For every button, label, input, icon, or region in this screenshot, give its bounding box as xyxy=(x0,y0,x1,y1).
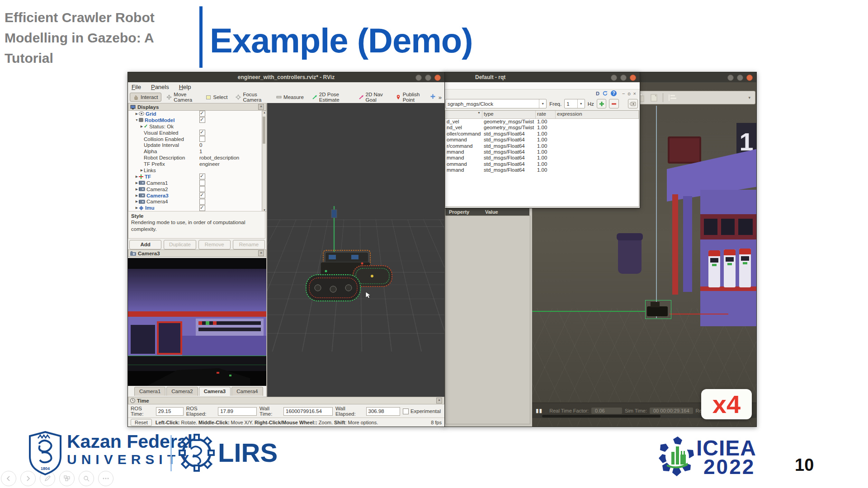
freq-combo[interactable]: 1 ▼ xyxy=(564,99,585,108)
minimize-button[interactable] xyxy=(415,75,422,81)
tree-item-grid[interactable]: ▶Grid xyxy=(128,111,262,117)
add-topic-button[interactable] xyxy=(597,99,607,108)
float-plugin-icon[interactable]: o xyxy=(627,91,630,96)
dock-icon[interactable]: D xyxy=(596,91,599,96)
value-column-header[interactable]: Value xyxy=(485,209,498,215)
checkbox-camera4[interactable] xyxy=(199,199,205,205)
tab-camera1[interactable]: Camera1 xyxy=(134,387,165,396)
rviz-3d-view[interactable] xyxy=(267,103,444,397)
topic-row[interactable]: ommandstd_msgs/Float641.00 xyxy=(445,137,639,143)
type-column-header[interactable]: type xyxy=(482,111,536,118)
tool-focus-camera[interactable]: Focus Camera xyxy=(232,90,271,104)
tree-item-robotmodel[interactable]: ▼RobotModel xyxy=(128,117,262,123)
menu-panels[interactable]: Panels xyxy=(151,84,169,90)
topic-row[interactable]: mmandstd_msgs/Float641.00 xyxy=(445,167,639,173)
pause-button[interactable]: ▮▮ xyxy=(536,408,542,414)
duplicate-button[interactable]: Duplicate xyxy=(164,240,196,249)
help-icon[interactable]: ? xyxy=(611,90,617,96)
remove-button[interactable]: Remove xyxy=(198,240,231,249)
minimize-button[interactable] xyxy=(727,75,734,81)
time-field-value-2[interactable]: 1600079916.54 xyxy=(283,407,333,416)
tree-item-camera1[interactable]: ▶Camera1 xyxy=(128,180,262,186)
tool-2d-nav-goal[interactable]: 2D Nav Goal xyxy=(355,90,391,104)
checkbox-camera3[interactable] xyxy=(199,192,205,198)
tree-item-alpha[interactable]: Alpha1 xyxy=(128,148,262,155)
tool-interact[interactable]: Interact xyxy=(130,93,161,102)
property-column-header[interactable]: Property xyxy=(445,209,485,215)
close-button[interactable] xyxy=(746,75,753,81)
topic-row[interactable]: ommandstd_msgs/Float641.00 xyxy=(445,161,639,167)
clear-button[interactable] xyxy=(628,99,638,108)
tree-item-visual-enabled[interactable]: Visual Enabled xyxy=(128,130,262,136)
close-icon[interactable]: × xyxy=(258,250,264,256)
topic-row[interactable]: oller/commandstd_msgs/Float641.00 xyxy=(445,131,639,137)
experimental-checkbox[interactable] xyxy=(403,408,409,414)
add-tool-button[interactable] xyxy=(430,94,436,101)
topic-row[interactable]: mmandstd_msgs/Float641.00 xyxy=(445,149,639,155)
tree-item-collision-enabled[interactable]: Collision Enabled xyxy=(128,136,262,142)
tool-publish-point[interactable]: Publish Point xyxy=(392,90,428,104)
camera-panel-header[interactable]: Camera3 × xyxy=(128,249,266,257)
topic-row[interactable]: r/commandstd_msgs/Float641.00 xyxy=(445,143,639,149)
remove-topic-button[interactable] xyxy=(609,99,619,108)
checkbox-visual-enabled[interactable] xyxy=(199,130,205,136)
checkbox-grid[interactable] xyxy=(199,111,205,117)
refresh-icon[interactable] xyxy=(602,90,608,96)
close-button[interactable] xyxy=(630,75,636,81)
checkbox-imu[interactable] xyxy=(199,205,205,211)
more-options-button[interactable] xyxy=(98,471,113,486)
value-alpha[interactable]: 1 xyxy=(199,149,202,154)
checkbox-camera1[interactable] xyxy=(199,180,205,186)
toolbar-overflow-arrow[interactable]: ▾ xyxy=(748,95,750,100)
paste-icon[interactable] xyxy=(649,93,658,102)
close-icon[interactable]: × xyxy=(436,398,442,404)
minimize-plugin-icon[interactable]: − xyxy=(622,91,625,96)
close-plugin-icon[interactable]: × xyxy=(633,91,636,96)
checkbox-camera2[interactable] xyxy=(199,186,205,192)
align-tool-icon[interactable] xyxy=(668,93,678,102)
menu-help[interactable]: Help xyxy=(179,84,191,90)
tree-item-tf-prefix[interactable]: TF Prefixengineer xyxy=(128,161,262,167)
tree-item-status-ok[interactable]: ▶✓Status: Ok xyxy=(128,123,262,130)
tree-item-tf[interactable]: ▶TF xyxy=(128,174,262,180)
tree-item-robot-description[interactable]: Robot Descriptionrobot_description xyxy=(128,155,262,161)
displays-panel-header[interactable]: Displays × xyxy=(128,103,266,111)
toolbar-overflow-icon[interactable]: » xyxy=(439,94,442,101)
zoom-button[interactable] xyxy=(79,471,94,486)
menu-file[interactable]: File xyxy=(132,84,141,90)
rqt-titlebar[interactable]: Default - rqt xyxy=(443,72,640,82)
time-panel-header[interactable]: Time × xyxy=(128,397,444,404)
minimize-button[interactable] xyxy=(611,75,617,81)
time-field-value-0[interactable]: 29.15 xyxy=(156,407,184,416)
expression-column-header[interactable]: expression xyxy=(556,111,639,118)
close-icon[interactable]: × xyxy=(258,104,264,110)
tree-item-imu[interactable]: ▶Imu xyxy=(128,205,262,211)
topic-row[interactable]: nd_velgeometry_msgs/Twist1.00 xyxy=(445,125,639,131)
reset-button[interactable]: Reset xyxy=(131,419,152,426)
rate-column-header[interactable]: rate xyxy=(536,111,556,118)
tool-measure[interactable]: Measure xyxy=(273,93,307,101)
maximize-button[interactable] xyxy=(425,75,431,81)
value-tf-prefix[interactable]: engineer xyxy=(199,161,220,167)
rviz-titlebar[interactable]: engineer_with_controllers.rviz* - RViz xyxy=(128,72,444,82)
rename-button[interactable]: Rename xyxy=(233,240,265,249)
tab-camera2[interactable]: Camera2 xyxy=(166,387,198,396)
tree-item-camera4[interactable]: ▶Camera4 xyxy=(128,198,262,205)
topic-column-header[interactable]: ▼ xyxy=(445,111,482,118)
topic-type-combo[interactable]: sgraph_msgs/Clock ▼ xyxy=(445,99,547,108)
previous-slide-button[interactable] xyxy=(1,471,16,486)
tool-move-camera[interactable]: Move Camera xyxy=(163,90,201,104)
time-field-value-1[interactable]: 17.89 xyxy=(218,407,257,416)
checkbox-tf[interactable] xyxy=(199,174,205,179)
tool-select[interactable]: Select xyxy=(203,93,231,101)
tool-2d-pose-estimate[interactable]: 2D Pose Estimate xyxy=(309,90,354,104)
close-button[interactable] xyxy=(434,75,441,81)
tab-camera4[interactable]: Camera4 xyxy=(231,387,263,396)
tree-item-links[interactable]: ▶Links xyxy=(128,167,262,174)
gazebo-property-tree[interactable] xyxy=(445,216,530,424)
tree-item-camera3[interactable]: ▶Camera3 xyxy=(128,192,262,199)
checkbox-robotmodel[interactable] xyxy=(199,117,205,123)
checkbox-collision-enabled[interactable] xyxy=(199,136,205,142)
tree-item-update-interval[interactable]: Update Interval0 xyxy=(128,142,262,148)
tree-item-camera2[interactable]: ▶Camera2 xyxy=(128,186,262,192)
